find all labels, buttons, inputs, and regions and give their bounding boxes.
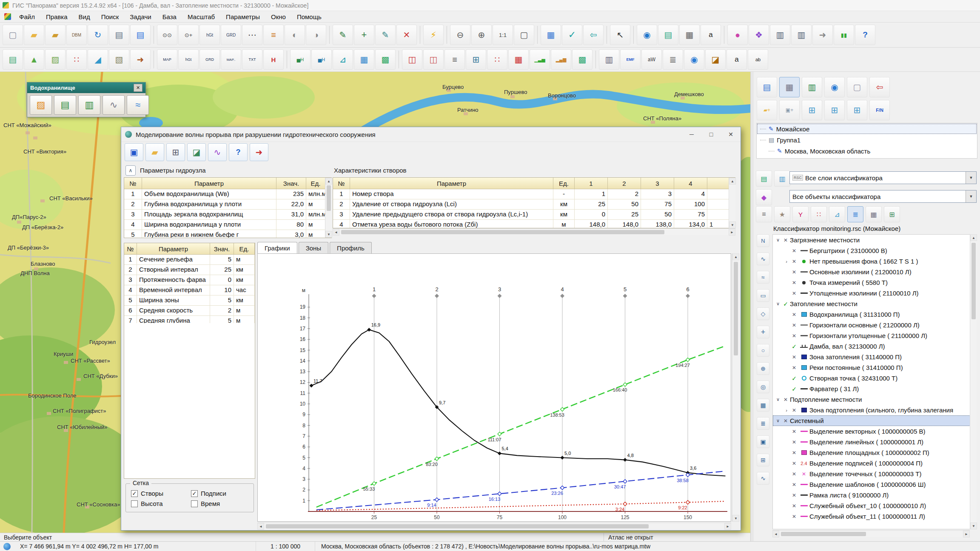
- visibility-toggle[interactable]: ✕: [781, 418, 790, 424]
- height-profile-button[interactable]: ⊿: [333, 49, 353, 70]
- visibility-toggle[interactable]: ✕: [790, 269, 798, 275]
- tree-item[interactable]: ✕Основные изолинии ( 21200010 Л): [773, 267, 975, 277]
- visibility-toggle[interactable]: ✕: [790, 312, 798, 318]
- smooth-curve-tool[interactable]: ≈: [757, 271, 769, 284]
- visibility-toggle[interactable]: ✕: [790, 439, 798, 445]
- text-a-large-button[interactable]: a: [726, 49, 747, 70]
- visibility-toggle[interactable]: ✕: [790, 258, 798, 264]
- pointer-select-button[interactable]: ↖: [610, 25, 630, 45]
- print-button[interactable]: ▥: [770, 25, 790, 45]
- tree-item[interactable]: ✕Рамка листа ( 91000000 Л): [773, 490, 975, 500]
- select-list-button[interactable]: ≡: [756, 206, 772, 222]
- tree-group[interactable]: ∨✕Подтопление местности: [773, 394, 975, 405]
- cross-sections-hscrollbar[interactable]: ◄►: [333, 228, 735, 235]
- table-row[interactable]: 2Глубина водохранилища у плоти22,0м: [124, 199, 331, 210]
- menu-item[interactable]: Поиск: [96, 11, 125, 22]
- visibility-toggle[interactable]: ✕: [790, 514, 798, 520]
- tree-item[interactable]: ✕Водохранилища ( 31131000 П): [773, 309, 975, 320]
- route-points-button[interactable]: ∷: [66, 49, 87, 70]
- table-row[interactable]: 3Протяженность фарва0км: [124, 275, 255, 285]
- table-row[interactable]: 5Глубина реки в нижнем бьефе г3,0м: [124, 230, 331, 238]
- open-grd-file-button[interactable]: GRD: [199, 49, 220, 70]
- label-text-button[interactable]: a: [701, 25, 721, 45]
- search-by-name-button[interactable]: ⊙+: [178, 25, 199, 45]
- visibility-toggle[interactable]: ✕: [781, 237, 790, 243]
- tree-item[interactable]: ✕Бергштрихи ( 23100000 В): [773, 245, 975, 256]
- polyline-tool[interactable]: ∿: [757, 253, 769, 265]
- open-mtw-file-button[interactable]: MAP..: [221, 49, 241, 70]
- layers-height-green-button[interactable]: ▅H: [290, 49, 311, 70]
- visibility-toggle[interactable]: ✓: [790, 386, 798, 392]
- menu-item[interactable]: Окно: [265, 11, 291, 22]
- menu-item[interactable]: Правка: [40, 11, 73, 22]
- formula-fn-button[interactable]: F/N: [869, 100, 890, 120]
- export-emf-button[interactable]: EMF: [620, 49, 641, 70]
- visibility-toggle[interactable]: ✕: [790, 503, 798, 509]
- tree-item[interactable]: ✓Дамба, вал ( 32130000 Л): [773, 341, 975, 352]
- checkbox-unchecked[interactable]: Время: [191, 500, 248, 507]
- object-list-2-button[interactable]: ≣: [663, 49, 683, 70]
- tree-group[interactable]: ∨✕Системный: [773, 415, 975, 426]
- visibility-toggle[interactable]: ✕: [790, 482, 798, 488]
- chart-hscrollbar[interactable]: ◄►: [257, 523, 731, 529]
- tab-inactive[interactable]: Профиль: [330, 242, 372, 253]
- checkbox-checked[interactable]: ✓Створы: [131, 490, 188, 497]
- open-folder-button[interactable]: ▰: [24, 25, 44, 45]
- route-button[interactable]: ∿: [208, 143, 227, 161]
- profile-chart-button[interactable]: ◢: [88, 49, 108, 70]
- table-row[interactable]: 1Объем водохранилища (Wв)235млн.м³: [124, 189, 331, 199]
- new-document-button[interactable]: ▢: [847, 77, 867, 97]
- visibility-toggle[interactable]: ✓: [790, 375, 798, 382]
- layer-edit-button[interactable]: ▥: [774, 170, 790, 187]
- open-map-folder-button[interactable]: ▰: [45, 25, 66, 45]
- document-item[interactable]: ✎Москва, Московская область: [757, 145, 977, 156]
- exit-button[interactable]: ➜: [250, 143, 268, 161]
- help-button[interactable]: ?: [855, 25, 875, 45]
- reservoir-chart-button[interactable]: ▨: [30, 95, 52, 115]
- zoom-out-button[interactable]: ⊖: [450, 25, 470, 45]
- text-a-small-button[interactable]: ab: [748, 49, 768, 70]
- folder-add-button[interactable]: ▰+: [757, 100, 777, 120]
- matrix-heights-button[interactable]: H: [263, 49, 284, 70]
- terrain-view-button[interactable]: ▲: [24, 49, 44, 70]
- visibility-toggle[interactable]: ✕: [790, 460, 798, 466]
- tree-scrollbar[interactable]: ▲▼: [970, 234, 977, 529]
- close-icon[interactable]: ✕: [134, 84, 142, 92]
- maximize-button[interactable]: □: [701, 127, 721, 142]
- north-arrow-tool[interactable]: N: [757, 234, 769, 247]
- expand-icon[interactable]: ›: [783, 408, 790, 413]
- objects-filter-dropdown[interactable]: Все объекты классификатора ▼: [789, 190, 977, 203]
- print-color-button[interactable]: ▧: [109, 49, 129, 70]
- expand-icon[interactable]: ›: [783, 259, 790, 264]
- visibility-toggle[interactable]: ✕: [790, 407, 798, 413]
- tree-item[interactable]: ✕Точка измерений ( 5580 Т): [773, 277, 975, 288]
- chart-button[interactable]: ◪: [187, 143, 206, 161]
- expand-icon[interactable]: ∨: [775, 397, 781, 402]
- print-2-button[interactable]: ▥: [791, 25, 812, 45]
- save-button[interactable]: ▣: [125, 143, 143, 161]
- checkbox-box[interactable]: ✓: [131, 490, 138, 497]
- text-aw-button[interactable]: aW: [641, 49, 662, 70]
- undo-step-button[interactable]: ⇦: [583, 25, 604, 45]
- open-database-dbm-button[interactable]: DBM: [66, 25, 87, 45]
- checkbox-box[interactable]: [191, 500, 198, 507]
- matrix-colors-button[interactable]: ▩: [375, 49, 396, 70]
- tab-active[interactable]: Графики: [257, 242, 297, 253]
- document-item[interactable]: ▤Группа1: [757, 134, 977, 145]
- export-arrow-button[interactable]: ➜: [812, 25, 833, 45]
- list-tool[interactable]: ≣: [757, 417, 769, 430]
- tree-item[interactable]: ✕Горизонтали утолщенные ( 21100000 Л): [773, 330, 975, 341]
- exit-door-button[interactable]: ➜: [130, 49, 151, 70]
- chart-small-button[interactable]: ◪: [705, 49, 726, 70]
- table-row[interactable]: 2Створный интервал25км: [124, 265, 255, 275]
- quick-draw-button[interactable]: ⚡: [423, 25, 444, 45]
- table-row[interactable]: 2Удаление от створа гидроузла (Lci)км255…: [333, 199, 735, 210]
- object-list-button[interactable]: ≡: [444, 49, 465, 70]
- doc-green-2-button[interactable]: ▥: [78, 95, 100, 115]
- layers-panel-button[interactable]: ▤: [130, 25, 151, 45]
- layers-filter-dropdown[interactable]: RSC Все слои классификатора ▼: [789, 171, 977, 184]
- visibility-toggle[interactable]: ✕: [790, 322, 798, 328]
- visibility-toggle[interactable]: ✕: [790, 354, 798, 360]
- tab-inactive[interactable]: Зоны: [299, 242, 328, 253]
- atlas-globe-button[interactable]: ◉: [824, 77, 845, 97]
